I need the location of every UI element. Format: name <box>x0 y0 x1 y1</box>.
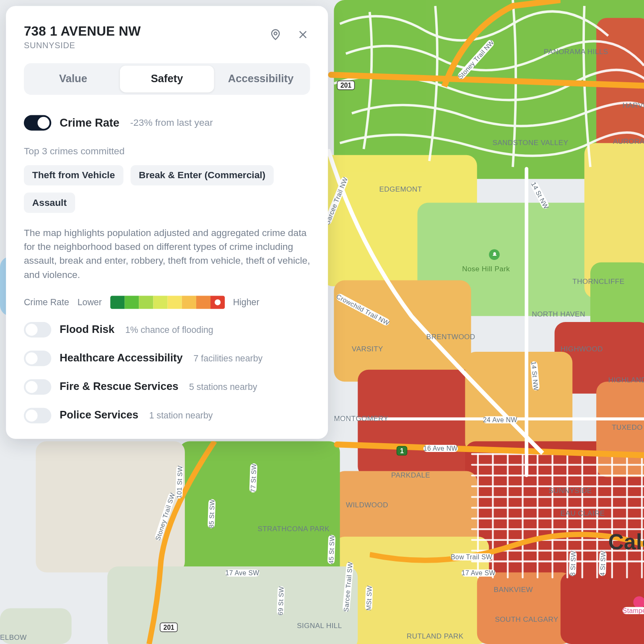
label-wildwood: WILDWOOD <box>346 501 388 509</box>
road-69st: 69 St SW <box>277 586 285 615</box>
tab-accessibility[interactable]: Accessibility <box>214 65 308 92</box>
label-southcal: SOUTH CALGARY <box>495 615 543 624</box>
label-highwood: HIGHWOOD <box>561 345 603 353</box>
road-17ave-b: 17 Ave SW <box>462 569 496 576</box>
swatch <box>167 296 182 309</box>
label-rutland: RUTLAND PARK <box>407 632 464 641</box>
crime-chip: Break & Enter (Commercial) <box>130 165 274 185</box>
swatch <box>182 296 196 309</box>
legend-title: Crime Rate <box>24 297 69 307</box>
road-16ave: 16 Ave NW <box>423 445 458 452</box>
swatch <box>110 296 125 309</box>
road-stamp: Stampe <box>623 607 644 614</box>
poi-pink-icon <box>633 596 644 608</box>
info-panel: 738 1 AVENUE NW SUNNYSIDE Value Safety A… <box>6 6 328 439</box>
toggle-flood[interactable] <box>24 322 51 338</box>
crime-rate-delta: -23% from last year <box>130 117 213 128</box>
flood-sub: 1% chance of flooding <box>125 325 213 335</box>
label-northhaven: NORTH HAVEN <box>532 310 568 319</box>
legend-high: Higher <box>233 297 260 307</box>
tab-bar: Value Safety Accessibility <box>24 63 310 95</box>
label-eauclaire: EAU CLAIRE <box>561 509 605 518</box>
legend-low: Lower <box>78 297 102 307</box>
label-harvest: HARVEST HILLS <box>623 101 644 110</box>
label-strathcona: STRATHCONA PARK <box>257 525 323 533</box>
road-24ave: 24 Ave NW <box>483 416 517 423</box>
hwy-shield-201-b: 201 <box>160 623 178 632</box>
swatch <box>125 296 139 309</box>
address-line1: 738 1 AVENUE NW <box>24 24 141 39</box>
label-aurora: AURORA BUSINESS PARK <box>613 137 644 145</box>
toggle-fire[interactable] <box>24 379 51 395</box>
label-varsity: VARSITY <box>352 345 383 353</box>
label-montgomery: MONTGOMERY <box>334 414 388 423</box>
label-sunnyside: SUNNYSIDE <box>548 487 592 495</box>
road-mst: MSt SW <box>365 585 373 610</box>
road-4st: 4 St SW <box>599 551 607 576</box>
swatch <box>210 296 225 309</box>
label-edgemont: EDGEMONT <box>379 185 422 193</box>
crime-chip: Assault <box>24 192 75 213</box>
toggle-crime-rate[interactable] <box>24 115 51 130</box>
close-icon[interactable] <box>296 27 310 42</box>
road-bowtrail: Bow Trail SW <box>451 553 492 561</box>
flood-title: Flood Risk <box>60 323 114 336</box>
road-17ave: 17 Ave SW <box>226 569 260 576</box>
swatch <box>196 296 210 309</box>
hwy-shield-1: 1 <box>397 446 408 456</box>
toggle-police[interactable] <box>24 408 51 423</box>
label-sandstone: SANDSTONE VALLEY <box>493 138 552 147</box>
legend-swatches <box>110 296 225 309</box>
label-brentwood: BRENTWOOD <box>426 333 475 341</box>
toggle-health[interactable] <box>24 351 51 366</box>
road-45st: 45 St SW <box>327 535 335 564</box>
police-sub: 1 station nearby <box>149 410 213 421</box>
label-highland: HIGHLAND PARK <box>608 376 644 384</box>
crime-rate-title: Crime Rate <box>60 116 119 129</box>
tab-value[interactable]: Value <box>26 65 120 92</box>
legend: Crime Rate Lower Higher <box>24 296 310 309</box>
label-parkdale: PARKDALE <box>391 471 430 480</box>
road-8st: 8 St SW <box>569 551 577 576</box>
top-crimes-chips: Theft from Vehicle Break & Enter (Commer… <box>24 165 310 213</box>
crime-chip: Theft from Vehicle <box>24 165 123 185</box>
road-77st: 77 St SW <box>249 463 257 493</box>
fire-sub: 5 stations nearby <box>189 382 257 392</box>
label-nosehill: Nose Hill Park <box>462 265 510 273</box>
hwy-shield-201: 201 <box>337 80 355 90</box>
label-panorama: PANORAMA HILLS <box>544 48 608 56</box>
svg-point-0 <box>274 32 277 35</box>
health-title: Healthcare Accessibility <box>60 352 183 364</box>
top-crimes-label: Top 3 crimes committed <box>24 146 310 157</box>
fire-title: Fire & Rescue Services <box>60 381 178 393</box>
city-label: Calga <box>608 530 644 555</box>
road-101st: 101 St SW <box>175 465 184 499</box>
health-sub: 7 facilities nearby <box>193 353 262 363</box>
tab-safety[interactable]: Safety <box>120 65 214 92</box>
description-text: The map highlights population adjusted a… <box>24 226 310 281</box>
label-thorncliffe: THORNCLIFFE <box>572 277 624 286</box>
address-neighborhood: SUNNYSIDE <box>24 41 141 50</box>
label-signal: SIGNAL HILL <box>297 621 339 630</box>
label-tuxedo: TUXEDO PARK <box>612 423 644 432</box>
road-85st: 85 St SW <box>208 499 216 528</box>
park-icon <box>489 249 500 260</box>
police-title: Police Services <box>60 409 138 422</box>
swatch <box>139 296 153 309</box>
label-bankview: BANKVIEW <box>494 586 533 594</box>
swatch <box>153 296 167 309</box>
label-elbow: ELBOW <box>0 633 27 641</box>
location-pin-icon[interactable] <box>268 27 283 42</box>
